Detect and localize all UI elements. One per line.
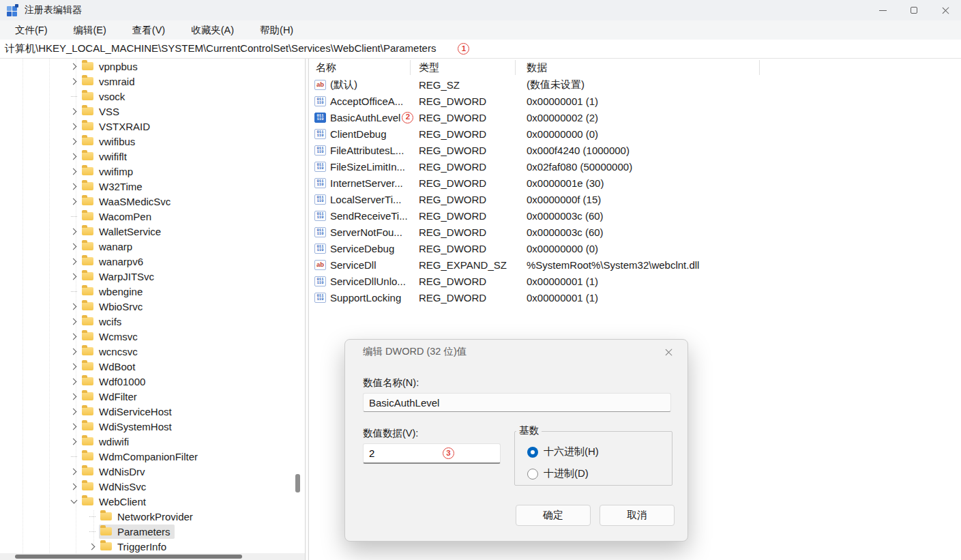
column-separator[interactable] — [410, 60, 411, 75]
menu-item-edit[interactable]: 编辑(E) — [65, 22, 115, 39]
chevron-right-icon[interactable] — [67, 134, 80, 148]
chevron-right-icon[interactable] — [67, 179, 80, 193]
column-header-type[interactable]: 类型 — [417, 61, 520, 74]
tree-item-Wdf01000[interactable]: Wdf01000 — [0, 374, 305, 389]
tree-item-vwifibus[interactable]: vwifibus — [0, 134, 305, 149]
tree-item-vsmraid[interactable]: vsmraid — [0, 74, 305, 89]
minimize-button[interactable] — [867, 0, 898, 20]
radio-hexadecimal[interactable]: 十六进制(H) — [527, 445, 599, 458]
dialog-close-button[interactable] — [659, 344, 678, 360]
chevron-right-icon[interactable] — [67, 434, 80, 448]
value-row-BasicAuthLevel[interactable]: 011110BasicAuthLevel2REG_DWORD0x00000002… — [310, 109, 961, 126]
radio-decimal[interactable]: 十进制(D) — [527, 467, 589, 480]
tree-item-NetworkProvider[interactable]: NetworkProvider — [0, 509, 305, 524]
tree-item-WdiServiceHost[interactable]: WdiServiceHost — [0, 404, 305, 419]
tree-item-WarpJITSvc[interactable]: WarpJITSvc — [0, 269, 305, 284]
radio-checked-icon[interactable] — [527, 447, 538, 458]
chevron-right-icon[interactable] — [67, 314, 80, 328]
tree-item-WdNisDrv[interactable]: WdNisDrv — [0, 464, 305, 479]
tree-item-wanarpv6[interactable]: wanarpv6 — [0, 254, 305, 269]
chevron-right-icon[interactable] — [67, 149, 80, 163]
tree-item-vsock[interactable]: vsock — [0, 89, 305, 104]
column-separator[interactable] — [515, 60, 516, 75]
tree-item-W32Time[interactable]: W32Time — [0, 179, 305, 194]
tree-vertical-scrollbar[interactable] — [293, 59, 303, 553]
tree-item-Wcmsvc[interactable]: Wcmsvc — [0, 329, 305, 344]
maximize-button[interactable] — [898, 0, 930, 20]
chevron-right-icon[interactable] — [67, 254, 80, 268]
value-data-input[interactable] — [369, 447, 410, 459]
panel-divider[interactable] — [305, 59, 309, 560]
close-button[interactable] — [930, 0, 961, 20]
value-data-field[interactable]: 3 — [363, 443, 501, 464]
column-header-data[interactable]: 数据 — [520, 61, 547, 74]
value-row-SupportLocking[interactable]: 011110SupportLockingREG_DWORD0x00000001 … — [310, 289, 961, 306]
chevron-down-icon[interactable] — [67, 495, 80, 508]
chevron-right-icon[interactable] — [67, 239, 80, 253]
tree-item-wbengine[interactable]: wbengine — [0, 284, 305, 299]
tree-item-wanarp[interactable]: wanarp — [0, 239, 305, 254]
chevron-right-icon[interactable] — [67, 465, 80, 478]
chevron-right-icon[interactable] — [67, 344, 80, 358]
tree-horizontal-scrollbar[interactable] — [0, 553, 305, 560]
tree-item-WdFilter[interactable]: WdFilter — [0, 389, 305, 404]
tree-item-wcncsvc[interactable]: wcncsvc — [0, 344, 305, 359]
chevron-right-icon[interactable] — [67, 269, 80, 283]
tree-item-WdmCompanionFilter[interactable]: WdmCompanionFilter — [0, 449, 305, 464]
column-header-name[interactable]: 名称 — [310, 61, 417, 74]
tree-item-wdiwifi[interactable]: wdiwifi — [0, 434, 305, 449]
tree-item-WacomPen[interactable]: WacomPen — [0, 209, 305, 224]
tree-item-WaaSMedicSvc[interactable]: WaaSMedicSvc — [0, 194, 305, 209]
tree-item-WalletService[interactable]: WalletService — [0, 224, 305, 239]
value-row-FileSizeLimitIn...[interactable]: 011110FileSizeLimitIn...REG_DWORD0x02faf… — [310, 158, 961, 175]
scrollbar-thumb[interactable] — [295, 474, 300, 492]
menu-item-favorites[interactable]: 收藏夹(A) — [183, 22, 242, 39]
tree-item-vwifimp[interactable]: vwifimp — [0, 164, 305, 179]
tree-item-WdiSystemHost[interactable]: WdiSystemHost — [0, 419, 305, 434]
chevron-right-icon[interactable] — [67, 224, 80, 238]
chevron-right-icon[interactable] — [67, 164, 80, 178]
value-row-AcceptOfficeA...[interactable]: 011110AcceptOfficeA...REG_DWORD0x0000000… — [310, 93, 961, 109]
chevron-right-icon[interactable] — [67, 329, 80, 343]
chevron-right-icon[interactable] — [67, 359, 80, 373]
value-row-LocalServerTi...[interactable]: 011110LocalServerTi...REG_DWORD0x0000000… — [310, 191, 961, 207]
chevron-right-icon[interactable] — [67, 104, 80, 118]
chevron-right-icon[interactable] — [85, 540, 99, 553]
chevron-right-icon[interactable] — [67, 59, 80, 73]
tree-item-WebClient[interactable]: WebClient — [0, 494, 305, 509]
tree-item-vpnpbus[interactable]: vpnpbus — [0, 59, 305, 74]
scrollbar-thumb[interactable] — [15, 555, 242, 559]
value-row-SendReceiveTi...[interactable]: 011110SendReceiveTi...REG_DWORD0x0000003… — [310, 207, 961, 224]
tree-item-VSS[interactable]: VSS — [0, 104, 305, 119]
chevron-right-icon[interactable] — [67, 480, 80, 493]
chevron-right-icon[interactable] — [67, 119, 80, 133]
value-row-ServiceDebug[interactable]: 011110ServiceDebugREG_DWORD0x00000000 (0… — [310, 240, 961, 256]
tree-item-wcifs[interactable]: wcifs — [0, 314, 305, 329]
chevron-right-icon[interactable] — [67, 74, 80, 88]
radio-unchecked-icon[interactable] — [527, 469, 538, 480]
cancel-button[interactable]: 取消 — [600, 505, 675, 526]
chevron-right-icon[interactable] — [67, 374, 80, 388]
chevron-right-icon[interactable] — [67, 194, 80, 208]
value-row-ServiceDll[interactable]: abServiceDllREG_EXPAND_SZ%SystemRoot%\Sy… — [310, 256, 961, 273]
address-bar[interactable]: 计算机\HKEY_LOCAL_MACHINE\SYSTEM\CurrentCon… — [0, 40, 961, 59]
chevron-right-icon[interactable] — [67, 404, 80, 418]
tree-item-WdBoot[interactable]: WdBoot — [0, 359, 305, 374]
tree-item-vwififlt[interactable]: vwififlt — [0, 149, 305, 164]
column-separator[interactable] — [759, 60, 760, 75]
chevron-right-icon[interactable] — [67, 299, 80, 313]
value-row-ServerNotFou...[interactable]: 011110ServerNotFou...REG_DWORD0x0000003c… — [310, 224, 961, 240]
tree-item-TriggerInfo[interactable]: TriggerInfo — [0, 539, 305, 553]
value-row-(默认)[interactable]: ab(默认)REG_SZ(数值未设置) — [310, 76, 961, 93]
chevron-right-icon[interactable] — [67, 389, 80, 403]
menu-item-view[interactable]: 查看(V) — [124, 22, 173, 39]
tree-item-VSTXRAID[interactable]: VSTXRAID — [0, 119, 305, 134]
chevron-right-icon[interactable] — [67, 419, 80, 433]
tree-item-Parameters[interactable]: Parameters — [0, 524, 305, 539]
ok-button[interactable]: 确定 — [516, 505, 591, 526]
value-row-ClientDebug[interactable]: 011110ClientDebugREG_DWORD0x00000000 (0) — [310, 126, 961, 142]
menu-item-help[interactable]: 帮助(H) — [252, 22, 301, 39]
value-row-ServiceDllUnlo...[interactable]: 011110ServiceDllUnlo...REG_DWORD0x000000… — [310, 273, 961, 289]
tree-item-WdNisSvc[interactable]: WdNisSvc — [0, 479, 305, 494]
tree-item-WbioSrvc[interactable]: WbioSrvc — [0, 299, 305, 314]
